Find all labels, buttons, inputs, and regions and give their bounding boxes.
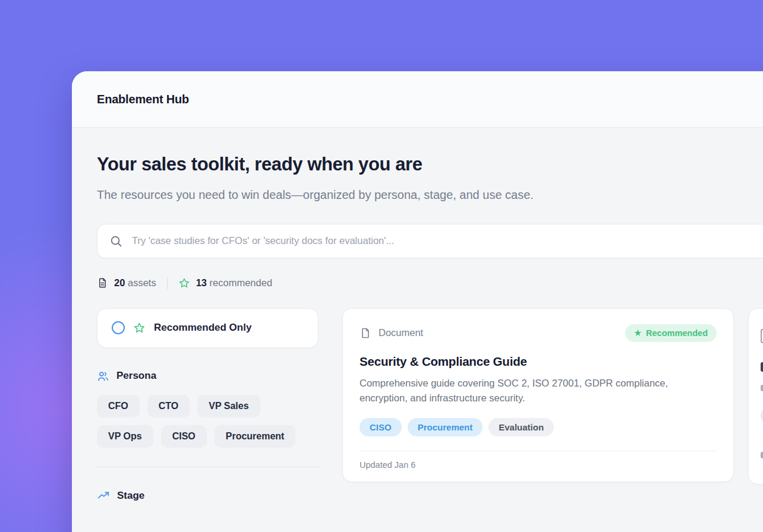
recommended-label: recommended — [210, 277, 272, 288]
card-header-row: Document ★ Recommended — [360, 324, 717, 342]
asset-type-label: Document — [379, 327, 423, 338]
persona-section-header: Persona — [97, 370, 319, 382]
assets-count: 20 — [114, 277, 125, 288]
stage-section-label: Stage — [117, 490, 144, 502]
page-subtitle: The resources you need to win deals—orga… — [97, 186, 579, 205]
document-icon — [761, 329, 763, 343]
page-title: Your sales toolkit, ready when you are — [97, 154, 763, 175]
content-grid: Recommended Only Persona CFOCTOVP SalesV… — [97, 308, 763, 502]
stats-row: 20 assets 13 recommended — [97, 277, 763, 289]
persona-chip[interactable]: CISO — [161, 425, 207, 448]
persona-chip[interactable]: VP Sales — [197, 395, 260, 417]
asset-tag[interactable]: Evaluation — [488, 418, 554, 436]
persona-section-label: Persona — [116, 370, 156, 382]
asset-title-fragment — [761, 362, 763, 372]
recommended-count: 13 — [196, 277, 207, 288]
main-content: Your sales toolkit, ready when you are T… — [72, 128, 763, 502]
stage-section-header: Stage — [97, 489, 319, 502]
asset-description-fragment — [761, 385, 763, 391]
asset-tags: CISOProcurementEvaluation — [360, 418, 717, 436]
app-title: Enablement Hub — [97, 93, 189, 106]
persona-chip[interactable]: CTO — [147, 395, 190, 417]
asset-tag-fragment — [761, 408, 763, 423]
recommended-only-toggle[interactable]: Recommended Only — [97, 308, 319, 348]
recommended-badge-label: Recommended — [646, 328, 708, 338]
persona-chip[interactable]: Procurement — [215, 425, 296, 448]
enablement-hub-panel: Enablement Hub Your sales toolkit, ready… — [72, 71, 763, 532]
asset-type: Document — [360, 327, 423, 339]
star-outline-icon — [178, 277, 190, 289]
assets-stat: 20 assets — [97, 277, 156, 289]
asset-updated-fragment — [761, 452, 763, 458]
radio-circle-icon[interactable] — [112, 321, 125, 334]
asset-description: Comprehensive guide covering SOC 2, ISO … — [360, 376, 699, 406]
asset-card-partial[interactable] — [748, 308, 763, 484]
filters-sidebar: Recommended Only Persona CFOCTOVP SalesV… — [97, 308, 319, 502]
sidebar-divider — [97, 467, 319, 467]
search-icon — [109, 235, 122, 248]
persona-chip[interactable]: VP Ops — [97, 425, 153, 448]
asset-cards: Document ★ Recommended Security & Compli… — [342, 308, 763, 484]
persona-chips: CFOCTOVP SalesVP OpsCISOProcurement — [97, 395, 319, 448]
asset-title: Security & Compliance Guide — [360, 354, 717, 369]
star-outline-icon — [133, 322, 146, 334]
stats-divider — [167, 277, 168, 289]
recommended-stat: 13 recommended — [178, 277, 272, 289]
search-input[interactable] — [131, 235, 763, 247]
star-filled-icon: ★ — [634, 329, 641, 337]
recommended-badge: ★ Recommended — [625, 324, 717, 342]
asset-tag[interactable]: Procurement — [408, 418, 483, 436]
search-bar[interactable] — [97, 224, 763, 258]
users-icon — [97, 370, 109, 382]
panel-header: Enablement Hub — [72, 71, 763, 128]
asset-updated: Updated Jan 6 — [360, 451, 717, 482]
trending-up-icon — [97, 489, 110, 502]
asset-tag[interactable]: CISO — [360, 418, 402, 436]
asset-card-security-compliance-guide[interactable]: Document ★ Recommended Security & Compli… — [342, 308, 734, 482]
persona-chip[interactable]: CFO — [97, 395, 140, 417]
file-icon — [97, 277, 108, 289]
assets-label: assets — [128, 277, 156, 288]
recommended-only-label: Recommended Only — [154, 322, 251, 334]
document-icon — [360, 327, 371, 339]
